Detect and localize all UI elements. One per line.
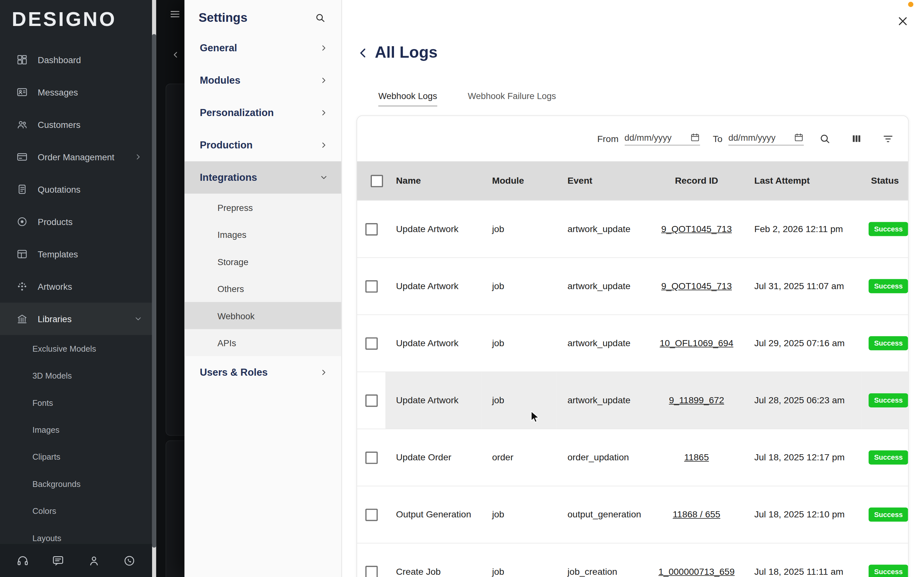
sidebar-item-label: Artworks: [38, 282, 72, 292]
cell-event: job_creation: [557, 543, 649, 577]
row-checkbox[interactable]: [365, 223, 378, 235]
close-icon[interactable]: [897, 15, 909, 27]
settings-menu-item-integrations[interactable]: Integrations: [184, 161, 341, 193]
row-checkbox[interactable]: [365, 280, 378, 292]
chevron-down-icon: [134, 314, 143, 324]
columns-view-icon[interactable]: [851, 133, 862, 144]
table-row[interactable]: Update Artwork job artwork_update 9_1189…: [357, 372, 908, 429]
sidebar-item-messages[interactable]: Messages: [0, 76, 152, 108]
app-logo: DESIGNO: [0, 0, 152, 34]
cell-name: Create Job: [385, 543, 481, 577]
integrations-submenu-item[interactable]: APIs: [184, 329, 341, 356]
cell-name: Update Order: [385, 429, 481, 486]
cell-name: Update Artwork: [385, 315, 481, 372]
record-id-link[interactable]: 9_QOT1045_713: [661, 224, 732, 234]
chevron-down-icon: [320, 173, 328, 182]
sidebar-item-products[interactable]: Products: [0, 205, 152, 238]
log-tab[interactable]: Webhook Logs: [378, 91, 437, 107]
sidebar-item-libraries[interactable]: Libraries: [0, 303, 152, 335]
record-id-link[interactable]: 11865: [684, 452, 709, 463]
row-checkbox[interactable]: [365, 566, 378, 577]
calendar-icon[interactable]: [794, 132, 804, 142]
record-id-link[interactable]: 1_000000713_659: [658, 566, 735, 577]
settings-menu-item[interactable]: Personalization: [184, 97, 341, 129]
row-checkbox[interactable]: [365, 394, 378, 407]
header-record-id: Record ID: [649, 161, 744, 200]
support-headset-icon[interactable]: [16, 554, 29, 567]
sidebar-scrollbar[interactable]: [152, 0, 156, 577]
cell-module: order: [481, 429, 557, 486]
log-tab[interactable]: Webhook Failure Logs: [468, 91, 556, 107]
date-placeholder: dd/mm/yyyy: [624, 132, 672, 142]
record-id-link[interactable]: 11868 / 655: [673, 509, 720, 520]
chat-icon[interactable]: [52, 554, 65, 567]
library-submenu-item[interactable]: 3D Models: [0, 362, 152, 389]
sidebar-item-templates[interactable]: Templates: [0, 238, 152, 270]
select-all-checkbox[interactable]: [370, 175, 383, 187]
cell-module: job: [481, 201, 557, 257]
sidebar-item-label: Messages: [38, 87, 78, 97]
search-icon[interactable]: [819, 133, 831, 145]
integrations-submenu-item[interactable]: Images: [184, 221, 341, 248]
from-date-input[interactable]: dd/mm/yyyy: [624, 132, 700, 145]
library-submenu-item[interactable]: Images: [0, 416, 152, 443]
messages-icon: [16, 87, 27, 98]
library-submenu-item[interactable]: Exclusive Models: [0, 335, 152, 362]
library-submenu-item[interactable]: Cliparts: [0, 443, 152, 470]
sidebar-item-artworks[interactable]: Artworks: [0, 270, 152, 303]
sidebar-item-label: Order Management: [38, 152, 115, 162]
integrations-submenu-item[interactable]: Storage: [184, 248, 341, 275]
library-submenu-item[interactable]: Fonts: [0, 389, 152, 416]
back-chevron-icon[interactable]: [357, 46, 370, 59]
sidebar-item-dashboard[interactable]: Dashboard: [0, 44, 152, 76]
settings-menu-item[interactable]: General: [184, 32, 341, 64]
library-submenu-item[interactable]: Backgrounds: [0, 471, 152, 498]
row-checkbox[interactable]: [365, 508, 378, 521]
record-id-link[interactable]: 10_OFL1069_694: [660, 338, 733, 348]
sidebar-item-label: Templates: [38, 249, 78, 259]
row-checkbox[interactable]: [365, 337, 378, 350]
log-tabs: Webhook Logs Webhook Failure Logs: [378, 91, 556, 107]
sidebar: DESIGNO Dashboard Messages Customers Ord…: [0, 0, 152, 577]
table-row[interactable]: Create Job job job_creation 1_000000713_…: [357, 543, 908, 577]
chevron-right-icon: [134, 153, 143, 161]
status-badge: Success: [869, 508, 908, 522]
calendar-icon[interactable]: [690, 132, 700, 142]
status-badge: Success: [869, 222, 908, 236]
whatsapp-icon[interactable]: [123, 554, 136, 567]
sidebar-item-quotations[interactable]: Quotations: [0, 173, 152, 205]
cell-last-attempt: Jul 18, 2025 12:17 pm: [744, 429, 861, 486]
table-row[interactable]: Update Artwork job artwork_update 9_QOT1…: [357, 258, 908, 314]
table-row[interactable]: Update Order order order_updation 11865 …: [357, 429, 908, 486]
integrations-submenu-item[interactable]: Webhook: [184, 302, 341, 329]
cell-event: artwork_update: [557, 201, 649, 257]
filter-icon[interactable]: [882, 133, 894, 145]
row-checkbox[interactable]: [365, 451, 378, 464]
settings-menu-item[interactable]: Production: [184, 129, 341, 161]
integrations-submenu-item[interactable]: Prepress: [184, 193, 341, 221]
hamburger-menu-icon[interactable]: [168, 9, 181, 19]
search-icon[interactable]: [315, 12, 326, 23]
collapse-chevron-icon[interactable]: [171, 51, 180, 59]
to-date-input[interactable]: dd/mm/yyyy: [728, 132, 804, 145]
table-row[interactable]: Output Generation job output_generation …: [357, 486, 908, 543]
sidebar-bottom-bar: [0, 544, 152, 577]
user-support-icon[interactable]: [87, 554, 100, 567]
settings-menu-item[interactable]: Modules: [184, 64, 341, 97]
table-row[interactable]: Update Artwork job artwork_update 9_QOT1…: [357, 200, 908, 257]
chevron-right-icon: [320, 76, 328, 85]
sidebar-item-order-management[interactable]: Order Management: [0, 141, 152, 173]
sidebar-item-label: Dashboard: [38, 55, 81, 65]
page-title-row: All Logs: [357, 44, 438, 62]
scrollbar-thumb[interactable]: [152, 34, 156, 548]
table-row[interactable]: Update Artwork job artwork_update 10_OFL…: [357, 314, 908, 372]
integrations-submenu-item[interactable]: Others: [184, 275, 341, 302]
cell-event: order_updation: [557, 429, 649, 486]
library-submenu-item[interactable]: Colors: [0, 498, 152, 524]
record-id-link[interactable]: 9_QOT1045_713: [661, 281, 732, 292]
sidebar-item-customers[interactable]: Customers: [0, 108, 152, 141]
to-label: To: [713, 133, 722, 144]
settings-menu-item-users-roles[interactable]: Users & Roles: [184, 356, 341, 388]
record-id-link[interactable]: 9_11899_672: [669, 395, 724, 406]
chevron-right-icon: [320, 141, 328, 150]
